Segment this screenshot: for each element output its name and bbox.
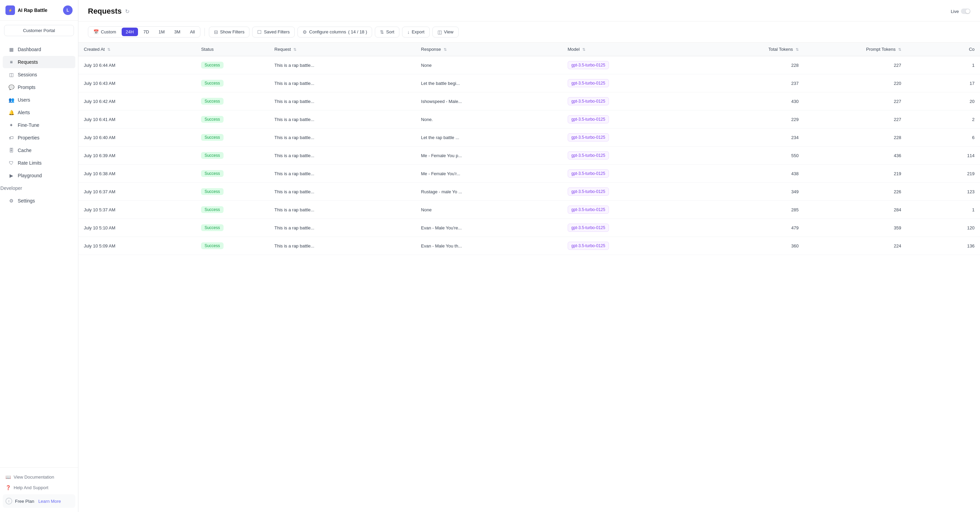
- sidebar-item-playground[interactable]: ▶ Playground: [3, 169, 75, 182]
- saved-filters-label: Saved Filters: [264, 29, 290, 34]
- refresh-icon[interactable]: ↻: [125, 8, 129, 15]
- cell-total-tokens-7: 349: [709, 183, 804, 201]
- cell-status-5: Success: [196, 147, 269, 165]
- sort-prompt-tokens-icon: ⇅: [898, 47, 901, 51]
- col-header-request[interactable]: Request ⇅: [269, 43, 415, 56]
- model-badge-4: gpt-3.5-turbo-0125: [568, 133, 609, 142]
- status-badge-3: Success: [201, 116, 223, 123]
- bookmark-icon: ☐: [257, 29, 262, 35]
- cell-created-8: July 10 5:37 AM: [78, 201, 196, 219]
- model-badge-1: gpt-3.5-turbo-0125: [568, 79, 609, 87]
- avatar[interactable]: L: [63, 5, 73, 15]
- table-body: July 10 6:44 AM Success This is a rap ba…: [78, 56, 980, 255]
- free-plan-bar: ↑ Free Plan Learn More: [3, 494, 75, 508]
- time-filter-all-button[interactable]: All: [186, 28, 199, 36]
- model-badge-5: gpt-3.5-turbo-0125: [568, 152, 609, 160]
- sidebar-item-cache[interactable]: 🗄 Cache: [3, 144, 75, 156]
- cell-completion-tokens-7: 123: [907, 183, 980, 201]
- time-filter-1m-button[interactable]: 1M: [154, 28, 169, 36]
- saved-filters-button[interactable]: ☐ Saved Filters: [252, 27, 295, 38]
- table-row[interactable]: July 10 6:42 AM Success This is a rap ba…: [78, 93, 980, 110]
- col-header-model[interactable]: Model ⇅: [562, 43, 709, 56]
- cell-created-7: July 10 6:37 AM: [78, 183, 196, 201]
- sidebar-footer: 📖 View Documentation ❓ Help And Support …: [0, 467, 78, 512]
- cell-response-1: Let the battle begi...: [416, 74, 562, 93]
- cell-created-9: July 10 5:10 AM: [78, 219, 196, 237]
- cell-total-tokens-4: 234: [709, 129, 804, 147]
- sidebar-item-fine-tune[interactable]: ✦ Fine-Tune: [3, 119, 75, 131]
- table-row[interactable]: July 10 6:41 AM Success This is a rap ba…: [78, 110, 980, 129]
- time-filter-3m-button[interactable]: 3M: [170, 28, 185, 36]
- table-row[interactable]: July 10 6:43 AM Success This is a rap ba…: [78, 74, 980, 93]
- table-row[interactable]: July 10 6:39 AM Success This is a rap ba…: [78, 147, 980, 165]
- table-row[interactable]: July 10 6:37 AM Success This is a rap ba…: [78, 183, 980, 201]
- cell-total-tokens-10: 360: [709, 237, 804, 255]
- sidebar-item-label-users: Users: [18, 97, 30, 103]
- cell-created-10: July 10 5:09 AM: [78, 237, 196, 255]
- cell-status-1: Success: [196, 74, 269, 93]
- time-filter-24h-button[interactable]: 24H: [122, 28, 138, 36]
- sort-icon: ⇅: [380, 29, 384, 35]
- export-button[interactable]: ↓ Export: [402, 27, 430, 38]
- sidebar-item-alerts[interactable]: 🔔 Alerts: [3, 106, 75, 119]
- sidebar-item-requests[interactable]: ≡ Requests: [3, 56, 75, 68]
- app-logo: ⚡ AI Rap Battle: [5, 5, 48, 15]
- cell-total-tokens-9: 479: [709, 219, 804, 237]
- sidebar-item-developer[interactable]: Developer: [3, 182, 75, 194]
- cell-request-3: This is a rap battle...: [269, 110, 415, 129]
- time-filter-custom-button[interactable]: 📅 Custom: [89, 28, 120, 36]
- cell-response-3: None.: [416, 110, 562, 129]
- sidebar-item-label-sessions: Sessions: [18, 72, 37, 77]
- sidebar-item-prompts[interactable]: 💬 Prompts: [3, 81, 75, 93]
- cell-model-6: gpt-3.5-turbo-0125: [562, 165, 709, 183]
- sidebar-item-sessions[interactable]: ◫ Sessions: [3, 69, 75, 81]
- col-header-prompt-tokens[interactable]: Prompt Tokens ⇅: [804, 43, 907, 56]
- sidebar-item-dashboard[interactable]: ▦ Dashboard: [3, 43, 75, 56]
- header-row: Created At ⇅ Status Request ⇅ Response ⇅…: [78, 43, 980, 56]
- learn-more-link[interactable]: Learn More: [38, 499, 60, 504]
- sidebar-item-rate-limits[interactable]: 🛡 Rate Limits: [3, 157, 75, 169]
- show-filters-button[interactable]: ⊟ Show Filters: [209, 27, 250, 38]
- customer-portal-button[interactable]: Customer Portal: [4, 25, 74, 36]
- time-filter-group: 📅 Custom24H7D1M3MAll: [88, 26, 200, 38]
- col-header-status: Status: [196, 43, 269, 56]
- main-content: Requests ↻ Live 📅 Custom24H7D1M3MAll ⊟ S…: [78, 0, 980, 512]
- cell-total-tokens-6: 438: [709, 165, 804, 183]
- configure-columns-button[interactable]: ⚙ Configure columns ( 14 / 18 ): [298, 27, 372, 38]
- table-row[interactable]: July 10 5:09 AM Success This is a rap ba…: [78, 237, 980, 255]
- cell-request-0: This is a rap battle...: [269, 56, 415, 74]
- time-filter-7d-button[interactable]: 7D: [139, 28, 153, 36]
- settings2-icon: ✦: [8, 122, 14, 128]
- table-row[interactable]: July 10 5:10 AM Success This is a rap ba…: [78, 219, 980, 237]
- help-support-link[interactable]: ❓ Help And Support: [3, 482, 75, 493]
- table-row[interactable]: July 10 6:44 AM Success This is a rap ba…: [78, 56, 980, 74]
- cell-completion-tokens-9: 120: [907, 219, 980, 237]
- sidebar-item-label-developer: Developer: [0, 185, 22, 191]
- sort-button[interactable]: ⇅ Sort: [375, 27, 399, 38]
- app-logo-icon: ⚡: [5, 5, 15, 15]
- model-badge-0: gpt-3.5-turbo-0125: [568, 61, 609, 69]
- table-row[interactable]: July 10 5:37 AM Success This is a rap ba…: [78, 201, 980, 219]
- col-header-total-tokens[interactable]: Total Tokens ⇅: [709, 43, 804, 56]
- sort-model-icon: ⇅: [582, 47, 585, 51]
- message-icon: 💬: [8, 84, 14, 90]
- cell-total-tokens-8: 285: [709, 201, 804, 219]
- title-area: Requests ↻: [88, 7, 129, 16]
- sidebar-item-label-playground: Playground: [18, 173, 42, 178]
- sidebar-item-properties[interactable]: 🏷 Properties: [3, 132, 75, 144]
- col-header-response[interactable]: Response ⇅: [416, 43, 562, 56]
- cell-model-2: gpt-3.5-turbo-0125: [562, 93, 709, 110]
- sidebar-item-settings[interactable]: ⚙ Settings: [3, 195, 75, 207]
- cell-completion-tokens-6: 219: [907, 165, 980, 183]
- table-row[interactable]: July 10 6:40 AM Success This is a rap ba…: [78, 129, 980, 147]
- table-row[interactable]: July 10 6:38 AM Success This is a rap ba…: [78, 165, 980, 183]
- cell-total-tokens-2: 430: [709, 93, 804, 110]
- col-header-created-at[interactable]: Created At ⇅: [78, 43, 196, 56]
- status-badge-0: Success: [201, 62, 223, 69]
- view-button[interactable]: ◫ View: [433, 27, 459, 38]
- cell-total-tokens-3: 229: [709, 110, 804, 129]
- cell-model-9: gpt-3.5-turbo-0125: [562, 219, 709, 237]
- view-docs-link[interactable]: 📖 View Documentation: [3, 472, 75, 482]
- sidebar-item-users[interactable]: 👥 Users: [3, 94, 75, 106]
- live-toggle[interactable]: [961, 8, 970, 14]
